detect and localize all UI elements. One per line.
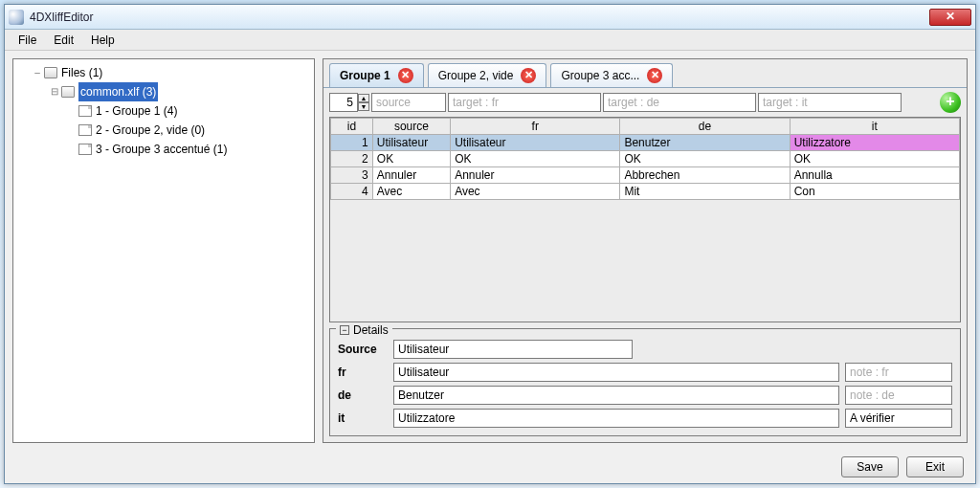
- col-source[interactable]: source: [372, 119, 450, 135]
- tree-panel: –Files (1) ⊟common.xlf (3) 1 - Groupe 1 …: [12, 58, 315, 443]
- close-icon[interactable]: ✕: [647, 68, 662, 83]
- java-icon: [9, 10, 24, 25]
- collapse-icon[interactable]: ⊟: [50, 82, 59, 101]
- collapse-icon[interactable]: −: [340, 325, 349, 335]
- filter-it[interactable]: [758, 93, 902, 112]
- menubar: File Edit Help: [5, 30, 975, 51]
- file-icon: [78, 124, 92, 136]
- filter-source[interactable]: [371, 93, 446, 112]
- note-de[interactable]: [845, 386, 952, 405]
- tree: –Files (1) ⊟common.xlf (3) 1 - Groupe 1 …: [15, 63, 312, 159]
- detail-it[interactable]: [393, 409, 839, 428]
- folder-icon: [61, 86, 75, 98]
- col-de[interactable]: de: [620, 119, 790, 135]
- right-panel: Groupe 1✕ Groupe 2, vide✕ Groupe 3 acc..…: [323, 58, 968, 443]
- details-panel: −Details Source fr de it: [329, 328, 961, 436]
- exit-button[interactable]: Exit: [906, 456, 964, 477]
- filter-fr[interactable]: [448, 93, 601, 112]
- window-title: 4DXliffEditor: [30, 11, 929, 24]
- tree-group-3[interactable]: 3 - Groupe 3 accentué (1): [67, 140, 312, 159]
- menu-file[interactable]: File: [11, 32, 44, 49]
- tree-file[interactable]: ⊟common.xlf (3): [50, 82, 312, 101]
- collapse-icon[interactable]: –: [33, 63, 42, 82]
- window-close-button[interactable]: ✕: [929, 9, 971, 26]
- note-fr[interactable]: [845, 363, 952, 382]
- table[interactable]: id source fr de it 1 Utilisateur Utilisa…: [329, 117, 961, 322]
- detail-de[interactable]: [393, 386, 839, 405]
- save-button[interactable]: Save: [841, 456, 899, 477]
- count-spinner[interactable]: ▲▼: [329, 93, 369, 112]
- tab-groupe-2[interactable]: Groupe 2, vide✕: [428, 63, 547, 87]
- menu-edit[interactable]: Edit: [46, 32, 81, 49]
- tree-root[interactable]: –Files (1): [33, 63, 312, 82]
- tab-groupe-1[interactable]: Groupe 1✕: [329, 63, 424, 87]
- detail-fr[interactable]: [393, 363, 839, 382]
- file-icon: [78, 105, 92, 117]
- table-row[interactable]: 4 Avec Avec Mit Con: [331, 184, 960, 200]
- detail-source[interactable]: [393, 340, 633, 359]
- label-source: Source: [338, 340, 388, 359]
- add-button[interactable]: +: [940, 92, 961, 113]
- spin-down-icon[interactable]: ▼: [358, 102, 369, 111]
- tree-group-2[interactable]: 2 - Groupe 2, vide (0): [67, 121, 312, 140]
- table-row[interactable]: 1 Utilisateur Utilisateur Benutzer Utili…: [331, 135, 960, 151]
- table-row[interactable]: 2 OK OK OK OK: [331, 151, 960, 167]
- col-fr[interactable]: fr: [451, 119, 620, 135]
- close-icon[interactable]: ✕: [398, 68, 413, 83]
- label-it: it: [338, 409, 388, 428]
- close-icon[interactable]: ✕: [521, 68, 536, 83]
- tabs: Groupe 1✕ Groupe 2, vide✕ Groupe 3 acc..…: [323, 59, 967, 88]
- label-fr: fr: [338, 363, 388, 382]
- label-de: de: [338, 386, 388, 405]
- content: –Files (1) ⊟common.xlf (3) 1 - Groupe 1 …: [5, 51, 975, 451]
- filter-de[interactable]: [603, 93, 756, 112]
- tree-group-1[interactable]: 1 - Groupe 1 (4): [67, 101, 312, 121]
- menu-help[interactable]: Help: [83, 32, 122, 49]
- folder-icon: [44, 67, 57, 78]
- col-id[interactable]: id: [331, 119, 373, 135]
- titlebar[interactable]: 4DXliffEditor ✕: [5, 5, 975, 30]
- footer: Save Exit: [5, 451, 975, 483]
- count-input[interactable]: [329, 93, 358, 112]
- details-legend: −Details: [336, 323, 392, 337]
- app-window: 4DXliffEditor ✕ File Edit Help –Files (1…: [4, 4, 976, 484]
- spin-up-icon[interactable]: ▲: [358, 94, 369, 102]
- tab-groupe-3[interactable]: Groupe 3 acc...✕: [550, 63, 673, 87]
- col-it[interactable]: it: [790, 119, 959, 135]
- file-icon: [78, 144, 92, 155]
- note-it[interactable]: [845, 409, 952, 428]
- filter-row: ▲▼ +: [323, 88, 967, 117]
- table-row[interactable]: 3 Annuler Annuler Abbrechen Annulla: [331, 167, 960, 184]
